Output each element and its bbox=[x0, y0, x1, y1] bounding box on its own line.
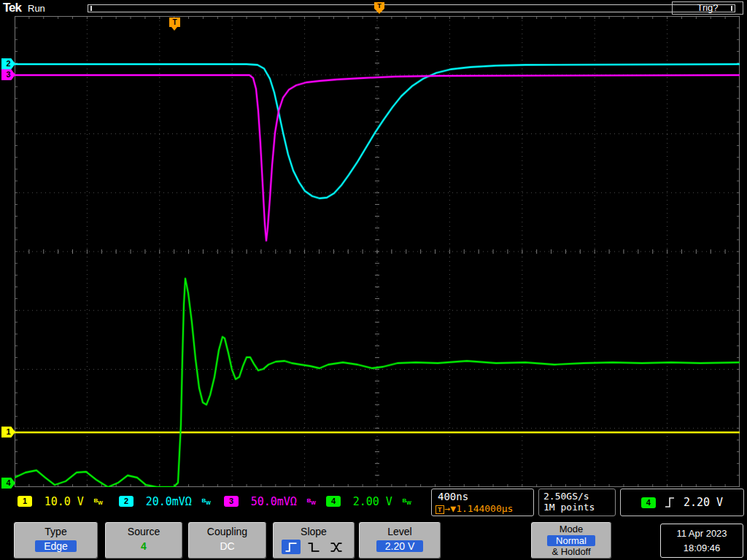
trigger-level-readout: 2.20 V bbox=[684, 496, 723, 509]
menu-mode-value: Normal bbox=[547, 535, 595, 546]
menu-level-title: Level bbox=[359, 526, 441, 537]
trigger-status-badge: Trig? bbox=[672, 1, 743, 15]
menu-source-title: Source bbox=[105, 526, 182, 537]
acquisition-state: Run bbox=[28, 3, 45, 14]
menu-type-title: Type bbox=[14, 526, 98, 537]
ch2-badge: 2 bbox=[119, 496, 133, 507]
channel-3-position-marker[interactable]: 3 bbox=[1, 69, 15, 80]
trigger-delay-t-icon: T bbox=[436, 505, 444, 514]
bw-w: W bbox=[98, 500, 103, 505]
ch3-badge: 3 bbox=[224, 496, 239, 507]
menu-slope-title: Slope bbox=[273, 526, 355, 537]
menu-level-value: 2.20 V bbox=[376, 540, 423, 552]
tek-logo: Tek bbox=[3, 1, 21, 15]
bw-w: W bbox=[206, 500, 211, 505]
menu-mode-value2: & Holdoff bbox=[531, 546, 611, 557]
trigger-source-badge: 4 bbox=[641, 497, 656, 508]
bottom-menu-bar: Type Edge Source 4 Coupling DC Slope bbox=[0, 519, 747, 560]
ch4-scale-value: 2.00 V bbox=[353, 495, 392, 508]
channel-2-position-marker[interactable]: 2 bbox=[1, 58, 15, 69]
ch3-scale-value: 50.0mVΩ bbox=[251, 495, 297, 508]
menu-source-value: 4 bbox=[141, 540, 147, 552]
trigger-delay-readout: T→▼1.144000µs bbox=[436, 503, 533, 514]
bw-w: W bbox=[311, 500, 316, 505]
ch1-badge: 1 bbox=[18, 496, 32, 507]
menu-coupling-value: DC bbox=[220, 540, 234, 552]
ch2-bandwidth-icon: BW bbox=[202, 497, 211, 504]
record-length-readout: 1M points bbox=[543, 502, 615, 513]
menu-mode-button[interactable]: Mode Normal & Holdoff bbox=[530, 521, 612, 559]
ch3-bandwidth-icon: BW bbox=[307, 497, 316, 504]
record-window-left-bracket bbox=[90, 6, 92, 11]
ch2-scale-value: 20.0mVΩ bbox=[146, 495, 192, 508]
menu-type-button[interactable]: Type Edge bbox=[13, 521, 98, 559]
menu-coupling-title: Coupling bbox=[188, 526, 266, 537]
ch4-badge: 4 bbox=[326, 496, 341, 507]
ch1-scale-readout: 1 10.0 V BW bbox=[18, 494, 103, 508]
menu-coupling-button[interactable]: Coupling DC bbox=[187, 521, 267, 559]
ch1-bandwidth-icon: BW bbox=[93, 497, 102, 504]
trigger-point-flag[interactable]: T bbox=[169, 18, 180, 27]
menu-slope-button[interactable]: Slope bbox=[272, 521, 355, 559]
menu-mode-title: Mode bbox=[531, 524, 611, 534]
date-display: 11 Apr 2023 bbox=[661, 526, 743, 541]
graticule: T bbox=[15, 16, 740, 487]
ch3-scale-readout: 3 50.0mVΩ BW bbox=[224, 494, 316, 508]
bw-w: W bbox=[406, 500, 411, 505]
slope-falling-icon[interactable] bbox=[304, 540, 323, 554]
waveform-display bbox=[15, 16, 740, 487]
horizontal-readout: 400ns T→▼1.144000µs bbox=[431, 489, 534, 516]
record-view-bar[interactable] bbox=[88, 4, 735, 12]
datetime-display: 11 Apr 2023 18:09:46 bbox=[660, 524, 743, 558]
timebase-readout: 400ns bbox=[438, 491, 533, 502]
ch4-bandwidth-icon: BW bbox=[402, 497, 411, 504]
ch2-scale-readout: 2 20.0mVΩ BW bbox=[119, 494, 211, 508]
trigger-readout: 4 2.20 V bbox=[620, 489, 744, 516]
channel-1-position-marker[interactable]: 1 bbox=[1, 427, 15, 438]
menu-type-value: Edge bbox=[35, 540, 77, 552]
slope-either-icon[interactable] bbox=[327, 540, 346, 554]
menu-level-button[interactable]: Level 2.20 V bbox=[358, 521, 441, 559]
ch1-scale-value: 10.0 V bbox=[44, 495, 84, 508]
trigger-delay-value: →▼1.144000µs bbox=[445, 503, 514, 514]
readout-bar: 1 10.0 V BW 2 20.0mVΩ BW 3 50.0mVΩ BW 4 … bbox=[0, 486, 747, 519]
ch4-scale-readout: 4 2.00 V BW bbox=[326, 494, 411, 508]
oscilloscope-screen: Tek Run T Trig? T 2 3 1 4 1 10.0 V BW 2 … bbox=[0, 0, 747, 560]
sample-rate-readout: 2.50GS/s bbox=[543, 491, 615, 502]
menu-source-button[interactable]: Source 4 bbox=[104, 521, 183, 559]
acquisition-readout: 2.50GS/s 1M points bbox=[538, 489, 616, 516]
time-display: 18:09:46 bbox=[661, 541, 743, 556]
trigger-slope-icon bbox=[665, 497, 675, 508]
slope-rising-icon[interactable] bbox=[282, 540, 301, 554]
